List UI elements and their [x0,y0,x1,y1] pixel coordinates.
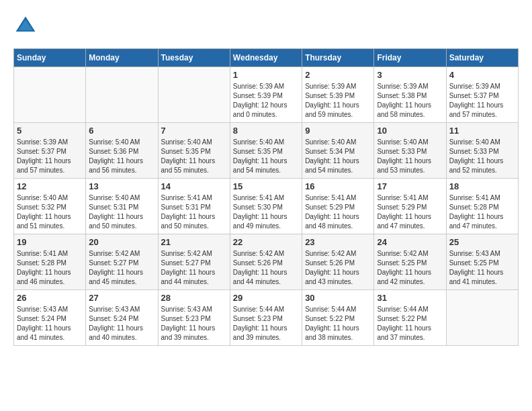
calendar-cell: 5Sunrise: 5:39 AM Sunset: 5:37 PM Daylig… [14,123,86,179]
day-number: 3 [377,70,443,80]
calendar-cell: 1Sunrise: 5:39 AM Sunset: 5:39 PM Daylig… [230,67,302,123]
weekday-header-monday: Monday [86,49,158,67]
calendar-week-row: 1Sunrise: 5:39 AM Sunset: 5:39 PM Daylig… [14,67,519,123]
day-info: Sunrise: 5:41 AM Sunset: 5:28 PM Dayligh… [449,193,515,231]
day-number: 18 [449,181,515,191]
calendar-cell [446,290,518,346]
day-number: 21 [161,237,227,247]
calendar-cell [86,67,158,123]
calendar-cell: 8Sunrise: 5:40 AM Sunset: 5:35 PM Daylig… [230,123,302,179]
day-info: Sunrise: 5:41 AM Sunset: 5:29 PM Dayligh… [305,193,371,231]
day-number: 24 [377,237,443,247]
calendar-cell: 21Sunrise: 5:42 AM Sunset: 5:27 PM Dayli… [158,234,230,290]
day-number: 11 [449,126,515,136]
day-info: Sunrise: 5:40 AM Sunset: 5:33 PM Dayligh… [377,138,443,175]
weekday-header-tuesday: Tuesday [158,49,230,67]
calendar-cell: 24Sunrise: 5:42 AM Sunset: 5:25 PM Dayli… [374,234,446,290]
calendar-cell: 7Sunrise: 5:40 AM Sunset: 5:35 PM Daylig… [158,123,230,179]
day-info: Sunrise: 5:41 AM Sunset: 5:28 PM Dayligh… [17,249,83,287]
calendar-cell: 11Sunrise: 5:40 AM Sunset: 5:33 PM Dayli… [446,123,518,179]
day-number: 12 [17,181,83,191]
weekday-header-wednesday: Wednesday [230,49,302,67]
day-info: Sunrise: 5:42 AM Sunset: 5:26 PM Dayligh… [305,249,371,287]
calendar-cell: 22Sunrise: 5:42 AM Sunset: 5:26 PM Dayli… [230,234,302,290]
day-info: Sunrise: 5:43 AM Sunset: 5:24 PM Dayligh… [17,305,83,342]
day-number: 22 [233,237,299,247]
day-number: 5 [17,126,83,136]
day-number: 29 [233,293,299,303]
day-info: Sunrise: 5:42 AM Sunset: 5:26 PM Dayligh… [233,249,299,287]
calendar-cell: 28Sunrise: 5:43 AM Sunset: 5:23 PM Dayli… [158,290,230,346]
day-number: 6 [89,126,154,136]
day-info: Sunrise: 5:39 AM Sunset: 5:38 PM Dayligh… [377,82,443,120]
day-info: Sunrise: 5:41 AM Sunset: 5:31 PM Dayligh… [161,193,227,231]
weekday-header-row: SundayMondayTuesdayWednesdayThursdayFrid… [14,49,519,67]
day-number: 17 [377,181,443,191]
day-info: Sunrise: 5:43 AM Sunset: 5:23 PM Dayligh… [161,305,227,342]
day-info: Sunrise: 5:40 AM Sunset: 5:34 PM Dayligh… [305,138,371,175]
calendar-cell: 27Sunrise: 5:43 AM Sunset: 5:24 PM Dayli… [86,290,158,346]
day-info: Sunrise: 5:42 AM Sunset: 5:27 PM Dayligh… [161,249,227,287]
calendar-cell: 19Sunrise: 5:41 AM Sunset: 5:28 PM Dayli… [14,234,86,290]
day-info: Sunrise: 5:39 AM Sunset: 5:39 PM Dayligh… [233,82,299,120]
calendar-cell [14,67,86,123]
day-info: Sunrise: 5:41 AM Sunset: 5:30 PM Dayligh… [233,193,299,231]
calendar-cell: 23Sunrise: 5:42 AM Sunset: 5:26 PM Dayli… [302,234,374,290]
day-number: 14 [161,181,227,191]
day-info: Sunrise: 5:39 AM Sunset: 5:37 PM Dayligh… [17,138,83,175]
weekday-header-sunday: Sunday [14,49,86,67]
calendar-cell: 29Sunrise: 5:44 AM Sunset: 5:23 PM Dayli… [230,290,302,346]
day-number: 20 [89,237,154,247]
calendar-week-row: 19Sunrise: 5:41 AM Sunset: 5:28 PM Dayli… [14,234,519,290]
day-number: 2 [305,70,371,80]
calendar-cell: 4Sunrise: 5:39 AM Sunset: 5:37 PM Daylig… [446,67,518,123]
day-info: Sunrise: 5:39 AM Sunset: 5:37 PM Dayligh… [449,82,515,120]
calendar-cell: 25Sunrise: 5:43 AM Sunset: 5:25 PM Dayli… [446,234,518,290]
day-info: Sunrise: 5:42 AM Sunset: 5:27 PM Dayligh… [89,249,154,287]
day-info: Sunrise: 5:40 AM Sunset: 5:33 PM Dayligh… [449,138,515,175]
day-info: Sunrise: 5:44 AM Sunset: 5:23 PM Dayligh… [233,305,299,342]
day-info: Sunrise: 5:43 AM Sunset: 5:24 PM Dayligh… [89,305,154,342]
calendar-cell [158,67,230,123]
day-number: 8 [233,126,299,136]
day-number: 7 [161,126,227,136]
calendar-cell: 18Sunrise: 5:41 AM Sunset: 5:28 PM Dayli… [446,179,518,234]
calendar-cell: 6Sunrise: 5:40 AM Sunset: 5:36 PM Daylig… [86,123,158,179]
day-number: 25 [449,237,515,247]
logo [13,13,40,38]
calendar-table: SundayMondayTuesdayWednesdayThursdayFrid… [13,48,519,346]
calendar-cell: 30Sunrise: 5:44 AM Sunset: 5:22 PM Dayli… [302,290,374,346]
calendar-cell: 12Sunrise: 5:40 AM Sunset: 5:32 PM Dayli… [14,179,86,234]
day-number: 27 [89,293,154,303]
day-info: Sunrise: 5:40 AM Sunset: 5:35 PM Dayligh… [233,138,299,175]
calendar-cell: 16Sunrise: 5:41 AM Sunset: 5:29 PM Dayli… [302,179,374,234]
calendar-cell: 15Sunrise: 5:41 AM Sunset: 5:30 PM Dayli… [230,179,302,234]
calendar-cell: 26Sunrise: 5:43 AM Sunset: 5:24 PM Dayli… [14,290,86,346]
day-number: 4 [449,70,515,80]
day-number: 28 [161,293,227,303]
calendar-cell: 20Sunrise: 5:42 AM Sunset: 5:27 PM Dayli… [86,234,158,290]
calendar-cell: 13Sunrise: 5:40 AM Sunset: 5:31 PM Dayli… [86,179,158,234]
day-info: Sunrise: 5:40 AM Sunset: 5:35 PM Dayligh… [161,138,227,175]
day-number: 19 [17,237,83,247]
day-number: 23 [305,237,371,247]
day-info: Sunrise: 5:40 AM Sunset: 5:32 PM Dayligh… [17,193,83,231]
day-number: 15 [233,181,299,191]
day-number: 31 [377,293,443,303]
weekday-header-saturday: Saturday [446,49,518,67]
day-info: Sunrise: 5:44 AM Sunset: 5:22 PM Dayligh… [377,305,443,342]
calendar-cell: 31Sunrise: 5:44 AM Sunset: 5:22 PM Dayli… [374,290,446,346]
calendar-cell: 17Sunrise: 5:41 AM Sunset: 5:29 PM Dayli… [374,179,446,234]
calendar-cell: 9Sunrise: 5:40 AM Sunset: 5:34 PM Daylig… [302,123,374,179]
day-number: 26 [17,293,83,303]
day-number: 16 [305,181,371,191]
day-info: Sunrise: 5:42 AM Sunset: 5:25 PM Dayligh… [377,249,443,287]
day-number: 1 [233,70,299,80]
calendar-cell: 3Sunrise: 5:39 AM Sunset: 5:38 PM Daylig… [374,67,446,123]
day-info: Sunrise: 5:41 AM Sunset: 5:29 PM Dayligh… [377,193,443,231]
day-info: Sunrise: 5:40 AM Sunset: 5:36 PM Dayligh… [89,138,154,175]
calendar-week-row: 5Sunrise: 5:39 AM Sunset: 5:37 PM Daylig… [14,123,519,179]
weekday-header-friday: Friday [374,49,446,67]
calendar-cell: 2Sunrise: 5:39 AM Sunset: 5:39 PM Daylig… [302,67,374,123]
calendar-cell: 14Sunrise: 5:41 AM Sunset: 5:31 PM Dayli… [158,179,230,234]
